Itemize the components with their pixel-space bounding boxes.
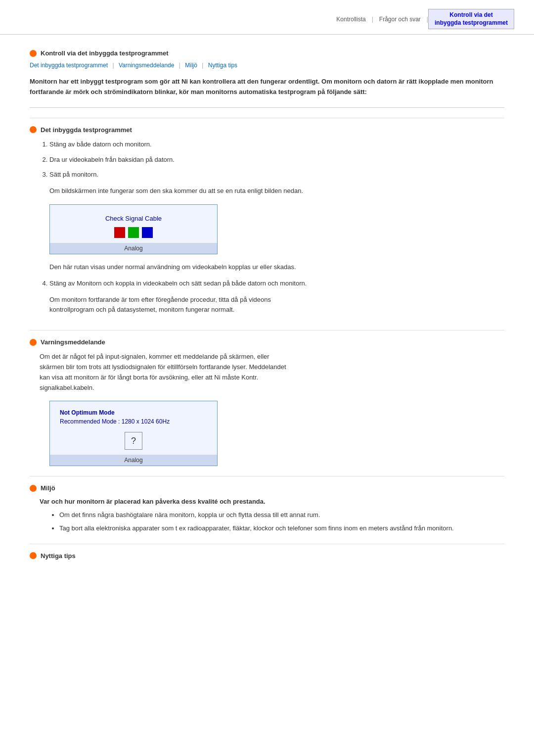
warning-header: Varningsmeddelande [30, 338, 504, 346]
subnav-sep1: | [112, 62, 114, 69]
main-section-header: Kontroll via det inbyggda testprogrammet [30, 49, 504, 57]
nav-kontrollista[interactable]: Kontrollista [330, 16, 371, 23]
miljo-title: Miljö [41, 484, 55, 492]
step-2: Dra ur videokabeln från baksidan på dato… [49, 155, 504, 165]
top-navigation: Kontrollista | Frågor och svar | Kontrol… [0, 0, 534, 35]
square-blue [142, 227, 153, 238]
step-note-2: Den här rutan visas under normal användn… [30, 262, 504, 273]
main-section-icon [30, 50, 37, 57]
warning-title: Varningsmeddelande [41, 338, 105, 346]
step-3: Sätt på monitorn. [49, 170, 504, 180]
monitor-box-title: Check Signal Cable [105, 215, 162, 222]
miljo-bullet-2: Tag bort alla elektroniska apparater som… [59, 523, 504, 534]
step-note-1: Om bildskärmen inte fungerar som den ska… [30, 186, 504, 196]
miljo-header: Miljö [30, 484, 504, 492]
intro-text: Monitorn har ett inbyggt testprogram som… [30, 77, 504, 108]
monitor-box-label: Analog [50, 243, 217, 254]
subnav-link3[interactable]: Miljö [185, 62, 197, 69]
nyttiga-icon [30, 552, 37, 559]
sub-navigation: Det inbyggda testprogrammet | Varningsme… [30, 62, 504, 69]
nav-kontroll-active[interactable]: Kontroll via det inbyggda testprogrammet [428, 9, 514, 29]
monitor-box2-label: Analog [50, 455, 217, 466]
nav-fragor[interactable]: Frågor och svar [373, 16, 427, 23]
step-1: Stäng av både datorn och monitorn. [49, 140, 504, 150]
color-squares [114, 227, 153, 238]
miljo-section: Miljö Var och hur monitorn är placerad k… [30, 476, 504, 534]
subnav-link1[interactable]: Det inbyggda testprogrammet [30, 62, 108, 69]
step-4: Stäng av Monitorn och koppla in videokab… [49, 279, 504, 289]
miljo-bold: Var och hur monitorn är placerad kan påv… [30, 498, 504, 505]
square-green [128, 227, 139, 238]
nyttiga-header: Nyttiga tips [30, 552, 504, 560]
subnav-link4[interactable]: Nyttiga tips [208, 62, 237, 69]
nav-active-line1: Kontroll via det [449, 11, 492, 18]
step-list: Stäng av både datorn och monitorn. Dra u… [30, 140, 504, 180]
subnav-sep3: | [202, 62, 203, 69]
subnav-sep2: | [179, 62, 180, 69]
monitor-box-optimum: Not Optimum Mode Recommended Mode : 1280… [49, 401, 218, 466]
monitor-box2-subtitle: Recommended Mode : 1280 x 1024 60Hz [60, 418, 170, 425]
miljo-bullet-list: Om det finns några bashögtalare nära mon… [30, 510, 504, 534]
warning-section: Varningsmeddelande Om det är något fel p… [30, 330, 504, 466]
subsection1-title: Det inbyggda testprogrammet [41, 126, 132, 134]
nyttiga-section: Nyttiga tips [30, 544, 504, 560]
monitor-box2-title: Not Optimum Mode [60, 409, 115, 416]
subsection-inbyggda: Det inbyggda testprogrammet Stäng av båd… [30, 118, 504, 315]
miljo-icon [30, 485, 37, 492]
warning-body: Om det är något fel på input-signalen, k… [30, 352, 504, 393]
monitor-box-signal: Check Signal Cable Analog [49, 204, 218, 254]
nav-active-line2: inbyggda testprogrammet [435, 19, 508, 26]
square-red [114, 227, 125, 238]
warning-icon [30, 339, 37, 346]
subnav-link2[interactable]: Varningsmeddelande [119, 62, 175, 69]
monitor-box2-question-icon: ? [125, 432, 142, 450]
step-list-2: Stäng av Monitorn och koppla in videokab… [30, 279, 504, 289]
subsection1-header: Det inbyggda testprogrammet [30, 126, 504, 134]
nyttiga-title: Nyttiga tips [41, 552, 76, 560]
main-section-title: Kontroll via det inbyggda testprogrammet [41, 49, 169, 57]
miljo-bullet-1: Om det finns några bashögtalare nära mon… [59, 510, 504, 520]
step-note-3: Om monitorn fortfarande är tom efter för… [30, 295, 504, 316]
main-content: Kontroll via det inbyggda testprogrammet… [0, 35, 534, 585]
subsection1-icon [30, 126, 37, 133]
